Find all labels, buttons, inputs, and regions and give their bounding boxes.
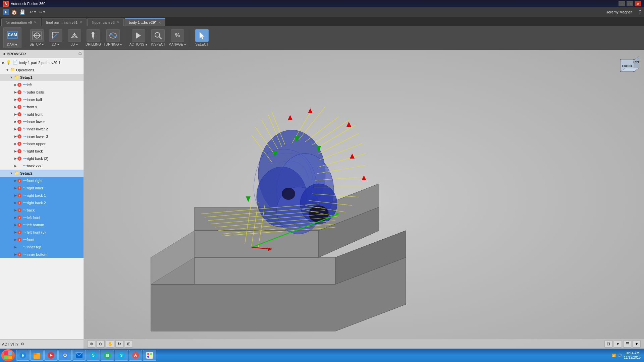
home-icon[interactable]: 🏠 [11,9,17,15]
toolbar-drilling[interactable]: DRILLING [85,29,102,46]
tree-item-inner-lower[interactable]: ▶ ! 〰 inner lower [0,118,84,125]
tree-item-front-x[interactable]: ▶ ! 〰 front x [0,103,84,111]
item-expand[interactable]: ▶ [13,120,17,124]
tab-close-icon[interactable]: ✕ [158,21,161,24]
tree-item-inner-ball[interactable]: ▶ ! 〰 inner ball [0,96,84,103]
tree-item-right-back-2[interactable]: ▶ ! 〰 right back (2) [0,155,84,162]
item-expand[interactable]: ▶ [13,90,17,94]
save-icon[interactable]: 💾 [19,9,25,15]
tab-close-icon[interactable]: ✕ [117,20,119,24]
item-expand[interactable]: ▶ [13,186,17,190]
redo-dropdown[interactable]: ▼ [43,10,46,14]
pan-icon[interactable]: ✋ [106,340,114,348]
minimize-button[interactable]: ─ [619,1,625,6]
browser-collapse-arrow[interactable]: ◄ [2,52,5,56]
item-expand[interactable]: ▶ [13,223,17,227]
tree-item-right-inner[interactable]: ▶ ! 〰 right inner [0,184,84,192]
root-expand[interactable]: ▶ [1,61,5,65]
setup2-expand[interactable]: ▼ [9,171,13,175]
item-expand[interactable]: ▶ [13,208,17,212]
item-expand[interactable]: ▶ [13,98,17,102]
toolbar-manage[interactable]: % MANAGE [168,29,186,46]
tree-item-back-xxx[interactable]: ▶ 〰 back xxx [0,162,84,170]
zoom-icon[interactable]: ⊞ [125,340,133,348]
taskbar-app-spotify[interactable] [101,350,114,361]
tree-item-inner-lower-3[interactable]: ▶ ! 〰 inner lower 3 [0,133,84,140]
more-settings-icon[interactable]: ▼ [633,340,641,348]
item-expand[interactable]: ▶ [13,164,17,168]
taskbar-app-fusion[interactable]: A [129,350,142,361]
tree-item-inner-top[interactable]: ▶ 〰 inner top [0,243,84,251]
tree-setup1[interactable]: ▼ 📁 Setup1 [0,74,84,81]
taskbar-app-paint[interactable] [143,350,156,361]
item-expand[interactable]: ▶ [13,245,17,249]
taskbar-app-explorer[interactable] [30,350,44,361]
tree-setup2[interactable]: ▼ 📁 Setup2 [0,170,84,177]
tree-item-back[interactable]: ▶ ! 〰 back [0,206,84,214]
tree-item-left-bottom[interactable]: ▶ ! 〰 left bottom [0,221,84,229]
toolbar-3d[interactable]: 3D [66,29,83,46]
navcube[interactable]: FRONT LEFT [614,53,641,80]
toolbar-inspect[interactable]: INSPECT [150,29,166,46]
tab-close-icon[interactable]: ✕ [79,20,82,24]
tree-root[interactable]: ▶ 💡 📄 body 1 part 2 paths v29:1 [0,59,84,66]
toolbar-actions[interactable]: ACTIONS [129,29,148,46]
item-expand[interactable]: ▶ [13,149,17,153]
app-menu-icon[interactable]: F [3,9,9,15]
tree-item-left-front-3[interactable]: ▶ ! 〰 left front (3) [0,229,84,236]
item-expand[interactable]: ▶ [13,83,17,87]
start-button[interactable] [1,349,15,361]
tree-item-right-front[interactable]: ▶ ! 〰 right front [0,111,84,118]
activity-settings-icon[interactable]: ⚙ [21,342,24,346]
help-button[interactable]: ? [639,9,641,15]
item-expand[interactable]: ▶ [13,230,17,234]
toolbar-setup[interactable]: SETUP [29,29,45,46]
redo-button[interactable]: ↪ [39,10,42,14]
item-expand[interactable]: ▶ [13,252,17,256]
cam-button[interactable]: CAM CAM▼ [3,27,21,48]
taskbar-app-ie[interactable]: e [16,350,30,361]
close-button[interactable]: ✕ [635,1,641,6]
display-settings-icon[interactable]: ⊡ [604,340,612,348]
item-expand[interactable]: ▶ [13,112,17,116]
toolbar-select[interactable]: SELECT [194,29,210,46]
tree-item-outer-balls[interactable]: ▶ ! 〰 outer balls [0,88,84,96]
undo-button[interactable]: ↩ [30,10,33,14]
tab-for-animation[interactable]: for animation v9 ✕ [1,18,41,26]
tree-item-inner-upper[interactable]: ▶ ! 〰 inner upper [0,140,84,147]
maximize-button[interactable]: □ [627,1,633,6]
rotate-icon[interactable]: ↻ [115,340,123,348]
tree-item-front-right[interactable]: ▶ ! 〰 front right [0,177,84,184]
orbit-icon[interactable]: ⊙ [97,340,105,348]
tab-close-icon[interactable]: ✕ [34,20,37,24]
item-expand[interactable]: ▶ [13,127,17,131]
tree-item-left[interactable]: ▶ ! 〰 left [0,81,84,88]
browser-expand-icon[interactable]: ⬡ [78,52,82,56]
tab-flipper-cam[interactable]: flipper cam v2 ✕ [87,18,123,26]
taskbar-app-media[interactable] [44,350,58,361]
tree-item-inner-lower-2[interactable]: ▶ ! 〰 inner lower 2 [0,125,84,133]
tree-item-front[interactable]: ▶ ! 〰 front [0,236,84,243]
taskbar-app-chrome[interactable] [58,350,72,361]
tab-final-par[interactable]: final par… inch v51 ✕ [42,18,87,26]
undo-dropdown[interactable]: ▼ [34,10,37,14]
toolbar-2d[interactable]: 2D [47,29,64,46]
item-expand[interactable]: ▶ [13,179,17,183]
taskbar-app-skype[interactable]: S [87,350,100,361]
tree-item-inner-bottom[interactable]: ▶ ! 〰 inner bottom [0,251,84,258]
item-expand[interactable]: ▶ [13,157,17,161]
tree-operations[interactable]: ▼ 📁 Operations [0,66,84,74]
item-expand[interactable]: ▶ [13,105,17,109]
joint-icon[interactable]: ⊕ [87,340,95,348]
item-expand[interactable]: ▶ [13,193,17,197]
grid-icon[interactable]: ▼ [614,340,622,348]
ops-expand[interactable]: ▼ [5,68,9,72]
tree-item-right-back-1[interactable]: ▶ ! 〰 right back 1 [0,192,84,199]
item-expand[interactable]: ▶ [13,216,17,220]
3d-viewport[interactable]: FRONT LEFT ⊕ ⊙ ✋ ↻ ⊞ ⊡ ▼ ☰ ▼ [84,50,644,349]
tab-body1[interactable]: body 1 ...hs v29* ✕ [124,18,165,26]
view-settings-icon[interactable]: ☰ [623,340,631,348]
item-expand[interactable]: ▶ [13,238,17,242]
tree-item-right-back[interactable]: ▶ ! 〰 right back [0,147,84,155]
tree-item-left-front[interactable]: ▶ ! 〰 left front [0,214,84,221]
